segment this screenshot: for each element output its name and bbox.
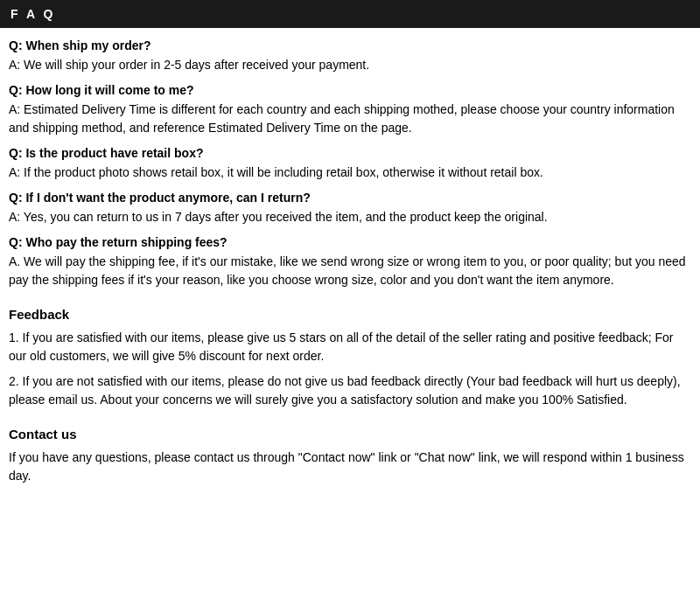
faq-answer-5: A. We will pay the shipping fee, if it's…	[9, 253, 691, 289]
contact-title: Contact us	[9, 427, 691, 442]
faq-answer-1: A: We will ship your order in 2-5 days a…	[9, 56, 691, 74]
faq-item-3: Q: Is the product have retail box? A: If…	[9, 146, 691, 182]
faq-item-5: Q: Who pay the return shipping fees? A. …	[9, 235, 691, 289]
faq-answer-3: A: If the product photo shows retail box…	[9, 163, 691, 182]
feedback-title: Feedback	[9, 307, 691, 322]
feedback-item-2: 2. If you are not satisfied with our ite…	[9, 372, 691, 409]
faq-question-1: Q: When ship my order?	[9, 38, 691, 52]
faq-item-4: Q: If I don't want the product anymore, …	[9, 191, 691, 226]
faq-answer-4: A: Yes, you can return to us in 7 days a…	[9, 208, 691, 226]
feedback-item-1: 1. If you are satisfied with our items, …	[9, 329, 691, 365]
faq-question-4: Q: If I don't want the product anymore, …	[9, 191, 691, 205]
faq-item-2: Q: How long it will come to me? A: Estim…	[9, 83, 691, 137]
faq-question-5: Q: Who pay the return shipping fees?	[9, 235, 691, 249]
faq-title: F A Q	[10, 7, 55, 21]
contact-section: Contact us If you have any questions, pl…	[9, 427, 691, 485]
contact-text: If you have any questions, please contac…	[9, 449, 691, 485]
faq-header: F A Q	[0, 0, 700, 28]
faq-answer-2: A: Estimated Delivery Time is different …	[9, 101, 691, 137]
faq-section: Q: When ship my order? A: We will ship y…	[9, 38, 691, 289]
faq-question-3: Q: Is the product have retail box?	[9, 146, 691, 160]
content-area: Q: When ship my order? A: We will ship y…	[0, 38, 700, 485]
feedback-section: Feedback 1. If you are satisfied with ou…	[9, 307, 691, 409]
faq-question-2: Q: How long it will come to me?	[9, 83, 691, 97]
faq-item-1: Q: When ship my order? A: We will ship y…	[9, 38, 691, 74]
